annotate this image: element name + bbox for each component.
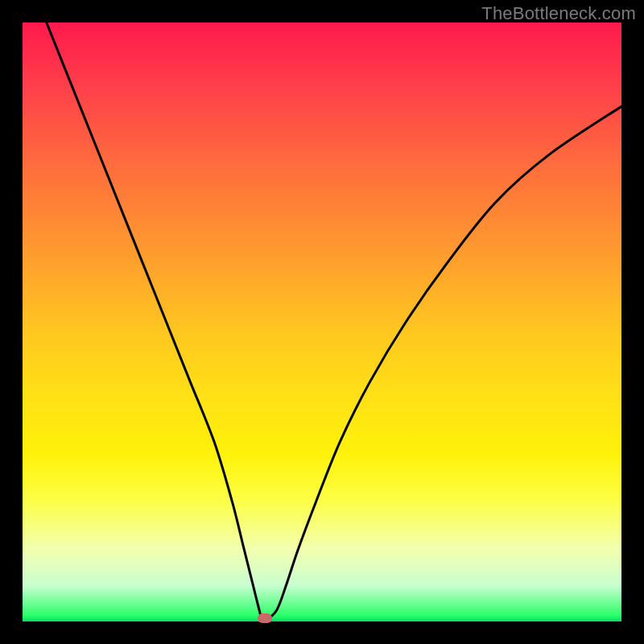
bottleneck-curve xyxy=(23,23,621,621)
watermark-text: TheBottleneck.com xyxy=(481,3,636,24)
optimal-point-marker xyxy=(258,613,272,623)
plot-area xyxy=(23,23,621,621)
chart-frame: TheBottleneck.com xyxy=(0,0,644,644)
